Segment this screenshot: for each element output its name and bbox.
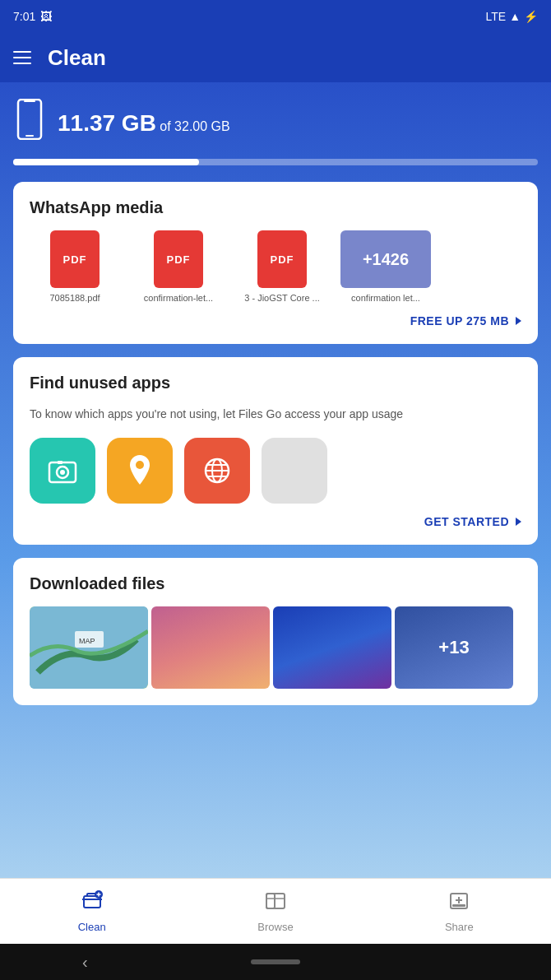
downloaded-images-row: MAP +13: [30, 606, 521, 689]
pdf-icon-1: PDF: [50, 230, 100, 288]
svg-rect-0: [18, 100, 41, 139]
unused-apps-subtitle: To know which apps you're not using, let…: [30, 406, 521, 423]
file-name-3: 3 - JioGST Core ...: [237, 293, 327, 303]
whatsapp-media-card: WhatsApp media PDF 7085188.pdf PDF confi…: [13, 182, 538, 344]
nav-share[interactable]: Share: [426, 889, 492, 933]
storage-used: 11.37 GB: [58, 110, 156, 136]
app-icon-maps: [107, 438, 173, 504]
nav-clean[interactable]: Clean: [59, 889, 125, 933]
whatsapp-file-2[interactable]: PDF confirmation-let...: [133, 230, 224, 303]
svg-point-6: [60, 470, 65, 475]
svg-rect-1: [25, 135, 34, 137]
signal-icon: ▲: [509, 10, 521, 23]
status-lte: LTE: [486, 10, 507, 23]
free-up-chevron: [516, 317, 521, 325]
svg-rect-22: [452, 904, 465, 907]
svg-rect-19: [266, 894, 275, 908]
unused-apps-title: Find unused apps: [30, 374, 521, 392]
dl-thumb-1[interactable]: MAP: [30, 606, 148, 689]
status-photo-icon: 🖼: [40, 10, 52, 23]
storage-progress-fill: [13, 159, 199, 165]
file-name-2: confirmation-let...: [133, 293, 224, 303]
svg-text:MAP: MAP: [79, 637, 95, 645]
clean-nav-icon: [81, 889, 104, 917]
app-icon-blank: [262, 438, 327, 504]
status-bar-left: 7:01 🖼: [13, 10, 52, 23]
app-title: Clean: [48, 45, 106, 71]
whatsapp-more-files[interactable]: +1426 confirmation let...: [340, 230, 431, 303]
browse-nav-icon: [264, 889, 287, 917]
get-started-chevron: [516, 518, 521, 526]
app-bar: Clean: [0, 33, 551, 82]
storage-info: 11.37 GB of 32.00 GB: [13, 99, 538, 147]
pdf-icon-3: PDF: [257, 230, 307, 288]
status-time: 7:01: [13, 10, 35, 23]
nav-browse[interactable]: Browse: [243, 889, 308, 933]
clean-nav-label: Clean: [78, 921, 106, 933]
downloaded-files-title: Downloaded files: [30, 574, 521, 593]
back-button[interactable]: ‹: [82, 953, 88, 972]
storage-total: 32.00 GB: [174, 119, 230, 133]
svg-rect-2: [24, 100, 35, 102]
status-bar: 7:01 🖼 LTE ▲ ⚡: [0, 0, 551, 33]
status-bar-right: LTE ▲ ⚡: [486, 10, 539, 23]
system-nav-bar: ‹: [0, 944, 551, 980]
home-pill[interactable]: [251, 959, 300, 964]
share-nav-label: Share: [445, 921, 474, 933]
storage-of-label: of: [160, 119, 174, 133]
whatsapp-files-row: PDF 7085188.pdf PDF confirmation-let... …: [30, 230, 521, 303]
storage-text: 11.37 GB of 32.00 GB: [58, 110, 230, 137]
more-files-label: confirmation let...: [351, 293, 420, 303]
storage-progress-bar: [13, 159, 538, 165]
browse-nav-label: Browse: [257, 921, 293, 933]
whatsapp-file-1[interactable]: PDF 7085188.pdf: [30, 230, 120, 303]
whatsapp-card-title: WhatsApp media: [30, 198, 521, 217]
free-up-button[interactable]: FREE UP 275 MB: [30, 314, 521, 327]
dl-thumb-more[interactable]: +13: [395, 606, 513, 689]
get-started-button[interactable]: GET STARTED: [30, 515, 521, 528]
dl-thumb-3[interactable]: [273, 606, 391, 689]
share-nav-icon: [447, 889, 470, 917]
svg-point-7: [136, 461, 144, 469]
downloaded-files-card: Downloaded files MAP +13: [13, 558, 538, 705]
main-content: 11.37 GB of 32.00 GB WhatsApp media PDF …: [0, 82, 551, 878]
battery-icon: ⚡: [524, 10, 538, 23]
app-icon-camera: [30, 438, 95, 504]
bottom-nav: Clean Browse Share: [0, 878, 551, 944]
phone-icon: [13, 99, 46, 147]
dl-thumb-2[interactable]: [151, 606, 270, 689]
svg-rect-5: [58, 461, 63, 464]
whatsapp-file-3[interactable]: PDF 3 - JioGST Core ...: [237, 230, 327, 303]
menu-button[interactable]: [13, 51, 31, 64]
app-icons-row: [30, 438, 521, 504]
more-files-overlay: +1426: [340, 230, 431, 288]
unused-apps-card: Find unused apps To know which apps you'…: [13, 357, 538, 545]
pdf-icon-2: PDF: [154, 230, 203, 288]
file-name-1: 7085188.pdf: [30, 293, 120, 303]
app-icon-browser: [184, 438, 250, 504]
